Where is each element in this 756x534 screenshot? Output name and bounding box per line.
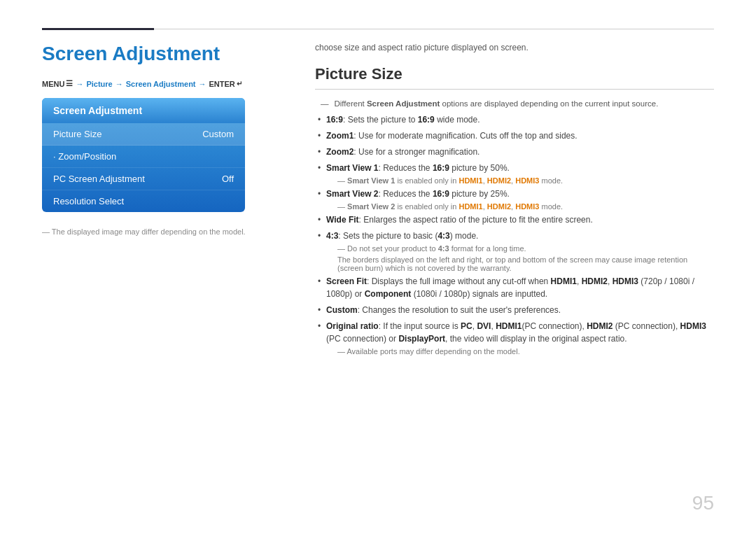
- page-number: 95: [692, 492, 714, 514]
- enter-label: ENTER: [209, 80, 235, 88]
- widget-item-value-pc-screen: Off: [222, 174, 234, 184]
- screen-adjustment-label: Screen Adjustment: [126, 80, 196, 88]
- section-title: Picture Size: [315, 65, 714, 90]
- bullet-screen-fit: Screen Fit: Displays the full image with…: [315, 275, 714, 300]
- bullet-wide-fit: Wide Fit: Enlarges the aspect ratio of t…: [315, 213, 714, 226]
- sub-note-4-3-1: Do not set your product to 4:3 format fo…: [315, 244, 714, 253]
- arrow1: →: [76, 80, 83, 88]
- widget-item-zoom-position[interactable]: Zoom/Position: [42, 146, 245, 168]
- widget-item-value-picture-size: Custom: [202, 129, 234, 139]
- widget-item-label-zoom-position: Zoom/Position: [53, 151, 116, 162]
- bullet-16-9: 16:9: Sets the picture to 16:9 wide mode…: [315, 113, 714, 126]
- enter-symbol: ↵: [237, 80, 242, 87]
- right-column: choose size and aspect ratio picture dis…: [308, 43, 714, 506]
- sub-note-smart-view-2-text: Smart View 2 is enabled only in HDMI1, H…: [347, 202, 563, 211]
- menu-path: MENU☰ → Picture → Screen Adjustment → EN…: [42, 79, 280, 88]
- bullet-list: 16:9: Sets the picture to 16:9 wide mode…: [315, 113, 714, 174]
- menu-label: MENU: [42, 80, 64, 88]
- sub-note-available-ports: Available ports may differ depending on …: [315, 347, 714, 356]
- widget-item-resolution-select[interactable]: Resolution Select: [42, 190, 245, 212]
- sub-note-4-3-2: The borders displayed on the left and ri…: [315, 255, 714, 272]
- page-title: Screen Adjustment: [42, 43, 280, 65]
- bullet-list-2: Smart View 2: Reduces the 16:9 picture b…: [315, 188, 714, 200]
- widget-item-pc-screen[interactable]: PC Screen Adjustment Off: [42, 168, 245, 190]
- bullet-list-3: Wide Fit: Enlarges the aspect ratio of t…: [315, 213, 714, 242]
- widget-item-label-picture-size: Picture Size: [53, 129, 102, 139]
- arrow2: →: [115, 80, 123, 88]
- sub-note-smart-view-1-text: Smart View 1 is enabled only in HDMI1, H…: [347, 176, 563, 185]
- screen-adjustment-widget: Screen Adjustment Picture Size Custom Zo…: [42, 98, 245, 212]
- left-column: Screen Adjustment MENU☰ → Picture → Scre…: [42, 43, 280, 506]
- bullet-zoom2: Zoom2: Use for a stronger magnification.: [315, 146, 714, 158]
- top-dividers: [42, 28, 714, 30]
- sub-note-smart-view-1: Smart View 1 is enabled only in HDMI1, H…: [315, 176, 714, 185]
- intro-note-text: Different Screen Adjustment options are …: [335, 99, 659, 108]
- bullet-list-4: Screen Fit: Displays the full image with…: [315, 275, 714, 345]
- left-note: The displayed image may differ depending…: [42, 227, 280, 236]
- intro-note: Different Screen Adjustment options are …: [315, 99, 714, 108]
- main-content: Screen Adjustment MENU☰ → Picture → Scre…: [42, 43, 714, 506]
- widget-item-label-pc-screen: PC Screen Adjustment: [53, 174, 145, 184]
- widget-item-label-resolution-select: Resolution Select: [53, 196, 124, 206]
- arrow3: →: [199, 80, 206, 88]
- bullet-4-3: 4:3: Sets the picture to basic (4:3) mod…: [315, 230, 714, 242]
- menu-symbol: ☰: [66, 79, 73, 88]
- sub-note-4-3-1-text: Do not set your product to 4:3 format fo…: [347, 244, 526, 253]
- intro-text: choose size and aspect ratio picture dis…: [315, 43, 714, 52]
- bullet-zoom1: Zoom1: Use for moderate magnification. C…: [315, 129, 714, 142]
- widget-title: Screen Adjustment: [42, 98, 245, 123]
- divider-light: [154, 29, 714, 29]
- bullet-custom: Custom: Changes the resolution to suit t…: [315, 304, 714, 316]
- page-container: Screen Adjustment MENU☰ → Picture → Scre…: [0, 0, 756, 534]
- bullet-smart-view-1: Smart View 1: Reduces the 16:9 picture b…: [315, 162, 714, 174]
- bullet-original-ratio: Original ratio: If the input source is P…: [315, 320, 714, 345]
- sub-note-smart-view-2: Smart View 2 is enabled only in HDMI1, H…: [315, 202, 714, 211]
- sub-note-available-ports-text: Available ports may differ depending on …: [346, 347, 519, 356]
- picture-label: Picture: [86, 80, 112, 88]
- divider-dark: [42, 28, 154, 30]
- widget-item-picture-size[interactable]: Picture Size Custom: [42, 123, 245, 146]
- bullet-smart-view-2: Smart View 2: Reduces the 16:9 picture b…: [315, 188, 714, 200]
